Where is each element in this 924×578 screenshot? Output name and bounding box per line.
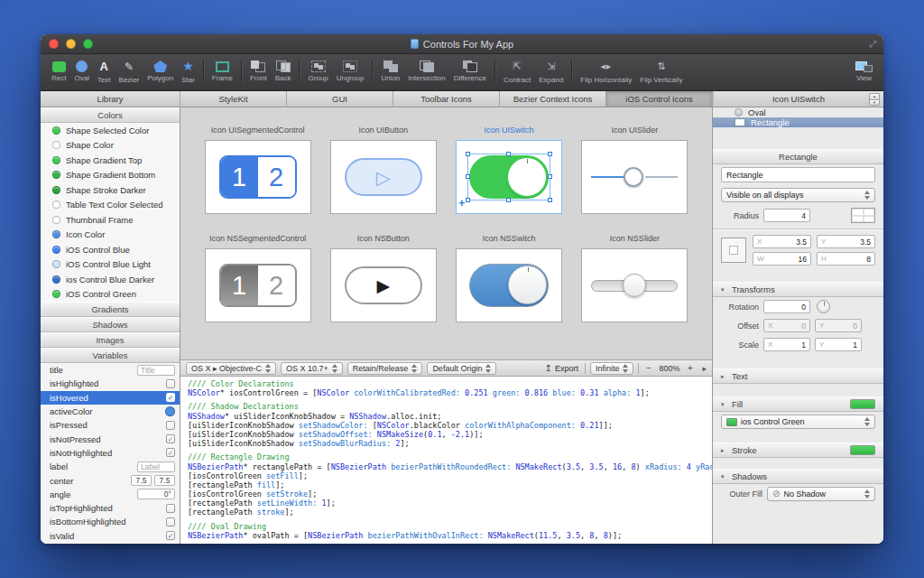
offset-y-input[interactable]: Y0 xyxy=(815,319,862,332)
selection-handle[interactable] xyxy=(548,174,552,179)
corner-radius-widget[interactable] xyxy=(851,208,875,223)
variable-row-label[interactable]: labelLabel xyxy=(41,460,180,473)
anchor-widget[interactable] xyxy=(721,238,746,263)
toolbar-button-contract[interactable]: ⇱Contract xyxy=(504,60,531,84)
variable-value-field[interactable]: Title xyxy=(137,365,175,376)
canvas-card-icon-nsslider[interactable] xyxy=(581,248,688,322)
library-color-item-shape-selected-color[interactable]: Shape Selected Color xyxy=(41,123,180,138)
tab-ios-control-icons[interactable]: iOS Control Icons xyxy=(606,91,713,107)
library-panel-header[interactable]: Library xyxy=(41,91,180,107)
library-section-shadows[interactable]: Shadows xyxy=(41,317,180,332)
library-color-item-ios-control-green[interactable]: iOS Control Green xyxy=(41,287,180,303)
variable-row-isvalid[interactable]: isValid✓ xyxy=(41,529,180,543)
y-input[interactable]: Y3.5 xyxy=(817,235,875,248)
stepper-down-button[interactable]: ▼ xyxy=(869,99,880,106)
library-color-item-ios-control-blue-light[interactable]: iOS Control Blue Light xyxy=(41,257,180,273)
shadows-section-header[interactable]: ▾ Shadows xyxy=(713,469,883,484)
radius-input[interactable]: 4 xyxy=(763,209,810,222)
fill-section-header[interactable]: ▾ Fill xyxy=(713,396,883,412)
canvas-card-icon-uisegmentedcontrol[interactable]: 12 xyxy=(205,140,311,214)
toolbar-button-view[interactable]: View xyxy=(855,61,873,82)
layer-rectangle[interactable]: Rectangle xyxy=(713,117,883,127)
text-section-header[interactable]: ▸ Text xyxy=(713,368,883,384)
variable-row-center[interactable]: center7.57.5 xyxy=(41,473,180,487)
toolbar-button-bezier[interactable]: ✎Bezier xyxy=(119,60,140,84)
library-color-item-shape-gradient-top[interactable]: Shape Gradient Top xyxy=(41,153,180,168)
canvas-card-icon-nssegmentedcontrol[interactable]: 12 xyxy=(205,248,311,322)
variable-checkbox[interactable] xyxy=(166,517,175,527)
scale-y-input[interactable]: Y1 xyxy=(815,338,862,351)
selection-handle[interactable] xyxy=(466,152,470,156)
fullscreen-icon[interactable]: ⤢ xyxy=(869,39,876,50)
library-color-item-thumbnail-frame[interactable]: Thumbnail Frame xyxy=(41,212,180,228)
library-color-item-table-text-color-selected[interactable]: Table Text Color Selected xyxy=(41,198,180,213)
toolbar-button-flip-horizontally[interactable]: ◀▶Flip Horizontally xyxy=(580,60,632,84)
rotation-knob[interactable] xyxy=(817,300,830,313)
stroke-color-button[interactable] xyxy=(850,445,875,455)
canvas-size-dropdown[interactable]: Infinite xyxy=(590,362,634,375)
library-color-item-icon-color[interactable]: Icon Color xyxy=(41,228,180,243)
layer-oval[interactable]: Oval xyxy=(713,107,883,117)
codebar-dropdown-default-origin[interactable]: Default Origin xyxy=(427,362,496,375)
toolbar-button-intersection[interactable]: Intersection xyxy=(408,61,445,82)
selection-handle[interactable] xyxy=(506,152,511,156)
offset-x-input[interactable]: X0 xyxy=(763,319,810,332)
variable-row-isnothighlighted[interactable]: isNotHighlighted✓ xyxy=(41,446,180,460)
variable-checkbox[interactable] xyxy=(166,379,175,388)
variable-checkbox[interactable]: ✓ xyxy=(166,393,175,402)
codebar-dropdown-retain-release[interactable]: Retain/Release xyxy=(347,362,423,375)
canvas-card-icon-uislider[interactable] xyxy=(581,140,688,214)
tab-toolbar-icons[interactable]: Toolbar Icons xyxy=(393,91,500,107)
variable-checkbox[interactable] xyxy=(166,504,175,513)
toolbar-button-group[interactable]: Group xyxy=(308,61,328,82)
library-section-images[interactable]: Images xyxy=(41,332,180,348)
library-color-item-ios-control-blue[interactable]: iOS Control Blue xyxy=(41,242,180,257)
toolbar-button-union[interactable]: Union xyxy=(381,61,400,82)
scale-x-input[interactable]: X1 xyxy=(763,338,810,351)
selection-handle[interactable] xyxy=(548,198,552,202)
library-color-item-shape-gradient-bottom[interactable]: Shape Gradient Bottom xyxy=(41,168,180,183)
zoom-out-button[interactable]: − xyxy=(643,363,653,373)
variable-checkbox[interactable]: ✓ xyxy=(166,448,175,457)
toolbar-button-oval[interactable]: Oval xyxy=(74,61,88,82)
codebar-dropdown-os-x-10-7-[interactable]: OS X 10.7+ xyxy=(281,362,343,375)
variable-checkbox[interactable]: ✓ xyxy=(166,531,175,540)
canvas-card-icon-nsswitch[interactable] xyxy=(456,248,562,322)
toolbar-button-flip-vertically[interactable]: ⇅Flip Vertically xyxy=(640,60,682,84)
codebar-dropdown-os-x-objective-c[interactable]: OS X ▸ Objective-C xyxy=(186,362,276,375)
x-input[interactable]: X3.5 xyxy=(753,235,811,248)
toolbar-button-star[interactable]: ★Star xyxy=(181,60,195,84)
close-button[interactable] xyxy=(49,39,59,49)
variable-row-activecolor[interactable]: activeColor xyxy=(41,405,180,418)
tab-bezier-context-icons[interactable]: Bezier Context Icons xyxy=(500,91,606,107)
variable-row-title[interactable]: titleTitle xyxy=(41,363,180,377)
toolbar-button-rect[interactable]: Rect xyxy=(51,61,66,82)
library-color-item-shape-color[interactable]: Shape Color xyxy=(41,138,180,154)
stepper-up-button[interactable]: ▲ xyxy=(869,93,880,99)
shadow-select[interactable]: ⊘ No Shadow xyxy=(767,487,875,501)
zoom-button[interactable] xyxy=(83,39,93,49)
variable-y-field[interactable]: 7.5 xyxy=(154,475,175,486)
library-section-gradients[interactable]: Gradients xyxy=(41,302,180,317)
rotation-input[interactable]: 0 xyxy=(763,300,810,313)
code-view[interactable]: //// Color DeclarationsNSColor* iosContr… xyxy=(180,377,712,544)
panel-chevron-icon[interactable]: ▸ xyxy=(699,364,707,373)
visibility-select[interactable]: Visible on all displays xyxy=(721,188,875,202)
library-section-colors[interactable]: Colors xyxy=(41,107,180,123)
variable-color-swatch[interactable] xyxy=(165,406,175,416)
stroke-section-header[interactable]: ▸ Stroke xyxy=(713,443,883,458)
selection-handle[interactable] xyxy=(548,152,552,156)
toolbar-button-frame[interactable]: Frame xyxy=(212,61,233,82)
library-section-variables[interactable]: Variables xyxy=(41,348,180,363)
variable-row-angle[interactable]: angle0° xyxy=(41,488,180,501)
canvas-card-icon-uibutton[interactable]: ▷ xyxy=(330,140,437,214)
tab-stylekit[interactable]: StyleKit xyxy=(180,91,287,107)
width-input[interactable]: W16 xyxy=(753,252,811,266)
tab-gui[interactable]: GUI xyxy=(287,91,393,107)
variable-checkbox[interactable] xyxy=(166,421,175,430)
library-color-item-ios-control-blue-darker[interactable]: ios Control Blue Darker xyxy=(41,272,180,287)
variable-value-field[interactable]: Label xyxy=(137,461,175,472)
variable-checkbox[interactable]: ✓ xyxy=(166,434,175,443)
fill-color-button[interactable] xyxy=(850,399,875,409)
toolbar-button-expand[interactable]: ⇲Expand xyxy=(539,60,563,84)
